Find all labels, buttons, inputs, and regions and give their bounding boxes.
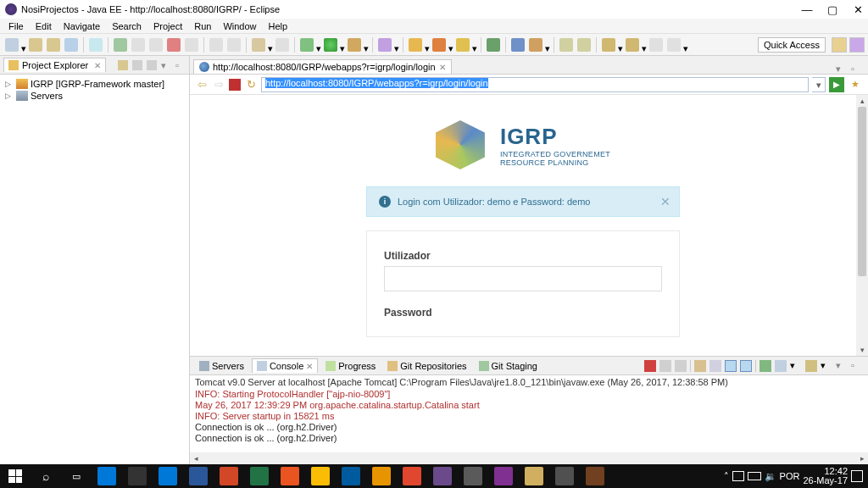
scroll-up-icon[interactable]: ▴ — [856, 95, 868, 107]
dropdown-icon[interactable]: ▾ — [642, 43, 647, 47]
new-task-icon[interactable] — [529, 38, 542, 52]
close-icon[interactable]: ✕ — [306, 362, 313, 371]
menu-navigate[interactable]: Navigate — [58, 19, 105, 33]
volume-icon[interactable]: 🔉 — [765, 471, 776, 482]
dropdown-icon[interactable]: ▾ — [618, 43, 623, 47]
dropdown-icon[interactable]: ▾ — [683, 43, 688, 47]
menu-file[interactable]: File — [3, 19, 29, 33]
perspective-javaee-icon[interactable] — [849, 37, 865, 53]
dropdown-icon[interactable]: ▾ — [545, 43, 550, 47]
dropdown-icon[interactable]: ▾ — [21, 43, 26, 47]
start-button[interactable] — [0, 464, 31, 488]
terminate-icon[interactable] — [644, 360, 656, 372]
remove-all-icon[interactable] — [675, 360, 687, 372]
menu-search[interactable]: Search — [107, 19, 147, 33]
scroll-thumb[interactable] — [858, 107, 866, 276]
taskbar-app[interactable] — [397, 464, 427, 488]
servers-tab[interactable]: Servers — [195, 359, 248, 373]
pin-console-icon[interactable] — [760, 360, 771, 372]
dropdown-icon[interactable]: ▾ — [472, 43, 477, 47]
url-dropdown-icon[interactable]: ▾ — [812, 77, 826, 92]
generic-tool-icon[interactable] — [275, 38, 289, 52]
username-input[interactable] — [384, 266, 662, 291]
step-into-icon[interactable] — [227, 38, 241, 52]
minimize-icon[interactable]: ▾ — [161, 60, 171, 70]
search-icon[interactable]: ⌕ — [31, 464, 61, 488]
minimize-pane-icon[interactable]: ▾ — [836, 64, 846, 74]
back-arrow-icon[interactable]: ⇦ — [195, 78, 209, 92]
fwd-nav-icon[interactable] — [626, 38, 639, 52]
taskbar-app[interactable] — [488, 464, 519, 488]
dropdown-icon[interactable]: ▾ — [340, 43, 345, 47]
scroll-lock-icon[interactable] — [709, 360, 721, 372]
scroll-left-icon[interactable]: ◂ — [190, 452, 202, 464]
horizontal-scrollbar[interactable]: ◂ ▸ — [190, 452, 868, 464]
external-tools-icon[interactable] — [378, 38, 392, 52]
remove-launch-icon[interactable] — [659, 360, 671, 372]
dropdown-icon[interactable]: ▾ — [316, 43, 321, 47]
dropdown-icon[interactable]: ▾ — [425, 43, 430, 47]
last-edit-icon[interactable] — [649, 38, 663, 52]
taskbar-app[interactable] — [580, 464, 610, 488]
package-icon[interactable] — [409, 38, 422, 52]
close-button[interactable]: ✕ — [853, 4, 863, 14]
quick-access-input[interactable]: Quick Access — [758, 37, 826, 53]
perspective-open-icon[interactable] — [832, 37, 847, 53]
taskbar-app[interactable] — [366, 464, 397, 488]
save-all-icon[interactable] — [47, 38, 60, 52]
language-indicator[interactable]: POR — [780, 471, 800, 481]
tree-item-servers[interactable]: ▷ Servers — [5, 90, 184, 102]
open-type-icon[interactable] — [487, 38, 500, 52]
git-staging-tab[interactable]: Git Staging — [475, 359, 542, 373]
debug-icon[interactable] — [300, 38, 314, 52]
menu-help[interactable]: Help — [264, 19, 293, 33]
taskbar-app[interactable] — [92, 464, 122, 488]
save-icon[interactable] — [29, 38, 42, 52]
taskbar-app[interactable] — [519, 464, 549, 488]
tool-icon[interactable] — [64, 38, 78, 52]
maximize-pane-icon[interactable]: ▫ — [175, 60, 186, 70]
favorite-icon[interactable]: ★ — [848, 77, 863, 92]
dropdown-icon[interactable]: ▾ — [364, 43, 369, 47]
link-editor-icon[interactable] — [132, 60, 142, 70]
back-nav-icon[interactable] — [602, 38, 615, 52]
step-over-icon[interactable] — [209, 38, 223, 52]
progress-tab[interactable]: Progress — [321, 359, 380, 373]
pause-icon[interactable] — [149, 38, 163, 52]
dropdown-icon[interactable]: ▾ — [790, 360, 802, 372]
taskbar-app[interactable] — [275, 464, 305, 488]
clear-console-icon[interactable] — [694, 360, 706, 372]
expand-icon[interactable]: ▷ — [5, 80, 14, 88]
display-console-icon[interactable] — [775, 360, 787, 372]
taskbar-app[interactable] — [305, 464, 336, 488]
tray-up-icon[interactable]: ˄ — [724, 471, 729, 482]
maximize-pane-icon[interactable]: ▫ — [851, 64, 861, 74]
word-wrap-icon[interactable] — [725, 360, 737, 372]
menu-edit[interactable]: Edit — [31, 19, 57, 33]
dropdown-icon[interactable]: ▾ — [268, 43, 273, 47]
battery-icon[interactable] — [748, 472, 761, 480]
nav-icon[interactable] — [577, 38, 591, 52]
type-icon[interactable] — [432, 38, 446, 52]
run-icon[interactable] — [114, 38, 127, 52]
task-view-icon[interactable]: ▭ — [61, 464, 92, 488]
vertical-scrollbar[interactable]: ▴ ▾ — [856, 95, 868, 356]
minimize-button[interactable]: — — [802, 4, 812, 14]
menu-project[interactable]: Project — [148, 19, 187, 33]
git-repos-tab[interactable]: Git Repositories — [383, 359, 470, 373]
dropdown-icon[interactable]: ▾ — [448, 43, 453, 47]
run-app-icon[interactable] — [324, 38, 337, 52]
clock-date[interactable]: 26-May-17 — [803, 476, 848, 485]
taskbar-app[interactable] — [336, 464, 366, 488]
stop-icon[interactable] — [167, 38, 181, 52]
forward-arrow-icon[interactable]: ⇨ — [212, 78, 225, 92]
console-output[interactable]: INFO: Starting ProtocolHandler ["ajp-nio… — [190, 389, 868, 452]
taskbar-app[interactable] — [244, 464, 275, 488]
taskbar-app[interactable] — [458, 464, 488, 488]
project-explorer-tab[interactable]: Project Explorer ✕ — [3, 58, 106, 72]
notifications-icon[interactable] — [851, 470, 863, 482]
close-icon[interactable]: ✕ — [94, 61, 101, 70]
dropdown-icon[interactable]: ▾ — [821, 360, 832, 372]
menu-run[interactable]: Run — [189, 19, 216, 33]
tree-item-igrp[interactable]: ▷ IGRP [IGRP-Framework master] — [5, 78, 184, 90]
